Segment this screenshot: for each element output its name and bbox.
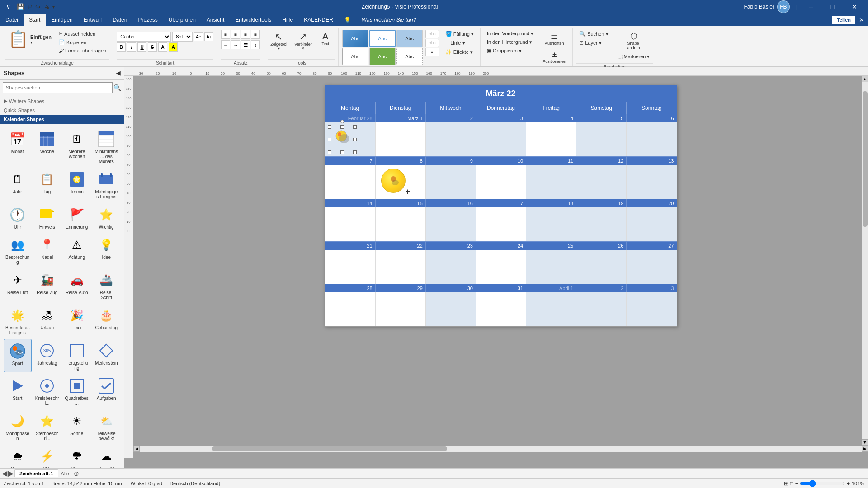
shape-style-4[interactable]: Abc — [342, 48, 368, 65]
cal-cell-14[interactable] — [325, 207, 375, 241]
shape-fertigstellung[interactable]: Fertigstellung — [63, 339, 91, 372]
scroll-up-btn[interactable]: ▲ — [862, 76, 868, 82]
align-right-btn[interactable]: ≡ — [241, 30, 250, 39]
cal-cell-feb28[interactable] — [325, 122, 375, 156]
cal-cell-8[interactable]: + — [375, 165, 425, 199]
cal-cell-15[interactable] — [375, 207, 425, 241]
sel-handle-tr[interactable] — [353, 125, 357, 129]
shape-miniaturans[interactable]: Miniaturans... des Monats — [93, 127, 121, 166]
shape-besonderes[interactable]: 🌟 Besonderes Ereignis — [4, 304, 32, 337]
font-grow-btn[interactable]: A↑ — [194, 32, 203, 41]
sel-handle-rot[interactable] — [340, 120, 344, 123]
cal-cell-23[interactable] — [425, 250, 476, 284]
tab-entwicklertools[interactable]: Entwicklertools — [230, 14, 277, 26]
align-center-btn[interactable]: ≡ — [231, 30, 240, 39]
shape-jahrestag[interactable]: 365 Jahrestag — [33, 339, 61, 372]
shape-erinnerung[interactable]: 🚩 Erinnerung — [63, 203, 91, 231]
tab-entwurf[interactable]: Entwurf — [78, 14, 108, 26]
shape-nadel[interactable]: 📍 Nadel — [33, 233, 61, 267]
shape-reise-luft[interactable]: ✈ Reise-Luft — [4, 268, 32, 302]
sel-handle-tc[interactable] — [340, 125, 344, 129]
cal-cell-24[interactable] — [476, 250, 526, 284]
shape-jahr[interactable]: 🗒 Jahr — [4, 168, 32, 201]
shape-mehrere-wochen[interactable]: 🗓 Mehrere Wochen — [63, 127, 91, 166]
sheet-tab-1[interactable]: Zeichenblatt-1 — [14, 469, 58, 477]
shape-bewoelkt[interactable]: ☁ Bewölkt — [93, 445, 121, 468]
cal-cell-28[interactable] — [325, 292, 375, 326]
weitere-shapes-section[interactable]: ▶ Weitere Shapes — [0, 96, 124, 106]
cal-cell-mar4[interactable] — [526, 122, 576, 156]
shape-termin[interactable]: Termin — [63, 168, 91, 201]
cal-cell-31[interactable] — [476, 292, 526, 326]
scroll-right-btn[interactable]: ▶ — [862, 446, 868, 452]
add-sheet-btn[interactable]: ⊕ — [74, 470, 79, 477]
shape-reise-zug[interactable]: 🚂 Reise-Zug — [33, 268, 61, 302]
tab-datei[interactable]: Datei — [0, 14, 24, 26]
hintergrund-btn[interactable]: In den Hintergrund ▾ — [484, 38, 536, 46]
cal-cell-27[interactable] — [626, 250, 676, 284]
cal-cell-13[interactable] — [626, 165, 676, 199]
save-qa-btn[interactable]: 💾 — [16, 2, 25, 11]
tab-lightbulb[interactable]: 💡 — [339, 14, 356, 26]
shape-kreisbeschrift[interactable]: Kreisbeschri... — [33, 374, 61, 408]
cal-cell-mar6[interactable] — [626, 122, 676, 156]
sheet-nav-right[interactable]: ▶ — [8, 469, 14, 478]
shape-hinweis[interactable]: Hinweis — [33, 203, 61, 231]
tab-einfuegen[interactable]: Einfügen — [46, 14, 78, 26]
bold-btn[interactable]: B — [117, 42, 126, 52]
maximize-button[interactable]: □ — [824, 0, 842, 14]
shape-style-3[interactable]: Abc — [396, 30, 423, 47]
cal-cell-mar1[interactable] — [375, 122, 425, 156]
shape-quadratbes[interactable]: Quadratbes... — [63, 374, 91, 408]
shape-mondphasen[interactable]: 🌙 Mondphasen — [4, 409, 32, 443]
shape-sturm[interactable]: 🌩 Sturm — [63, 445, 91, 468]
layer-btn[interactable]: ⊡Layer ▾ — [576, 39, 611, 47]
cal-cell-26[interactable] — [576, 250, 626, 284]
print-qa-btn[interactable]: 🖨 — [42, 2, 51, 11]
shape-aendern-btn[interactable]: ⬡ Shapeändern — [615, 30, 653, 52]
font-shrink-btn[interactable]: A↓ — [204, 32, 213, 41]
cal-cell-apr1[interactable] — [526, 292, 576, 326]
italic-btn[interactable]: I — [127, 42, 136, 52]
shape-regen[interactable]: 🌧 Regen — [4, 445, 32, 468]
sel-handle-bl[interactable] — [328, 150, 331, 154]
cal-cell-7[interactable] — [325, 165, 375, 199]
single-page-icon[interactable]: □ — [790, 480, 793, 487]
shape-idee[interactable]: 💡 Idee — [93, 233, 121, 267]
format-button[interactable]: 🖌Format übertragen — [56, 47, 109, 54]
shape-tag[interactable]: 📋 Tag — [33, 168, 61, 201]
sel-handle-br[interactable] — [353, 150, 357, 154]
cal-cell-17[interactable] — [476, 207, 526, 241]
shape-reise-auto[interactable]: 🚗 Reise-Auto — [63, 268, 91, 302]
shape-sonne[interactable]: ☀ Sonne — [63, 409, 91, 443]
cal-cell-21[interactable] — [325, 250, 375, 284]
vordergrund-btn[interactable]: In den Vordergrund ▾ — [484, 30, 536, 38]
tab-was[interactable]: Was möchten Sie tun? — [356, 14, 422, 26]
line-spacing-btn[interactable]: ↕ — [251, 40, 260, 49]
ausrichten-btn[interactable]: ⚌ Ausrichten — [540, 30, 569, 47]
suchen-btn[interactable]: 🔍Suchen ▾ — [576, 30, 611, 38]
shape-sport[interactable]: Sport — [4, 339, 32, 372]
font-color-btn[interactable]: A — [158, 42, 167, 52]
ribbon-close-icon[interactable]: ✕ — [859, 16, 864, 23]
shape-uhr[interactable]: 🕐 Uhr — [4, 203, 32, 231]
tab-start[interactable]: Start — [24, 14, 46, 26]
sel-handle-tl[interactable] — [328, 125, 331, 129]
shape-feier[interactable]: 🎉 Feier — [63, 304, 91, 337]
positionieren-btn[interactable]: ⊞ Positionieren — [540, 48, 569, 65]
vscrollbar-thumb[interactable] — [863, 91, 868, 227]
close-button[interactable]: ✕ — [845, 0, 863, 14]
shape-monat[interactable]: 📅 Monat — [4, 127, 32, 166]
cal-cell-mar3[interactable] — [476, 122, 526, 156]
font-name-select[interactable]: Calibri — [117, 32, 171, 42]
all-sheets-btn[interactable]: Alle — [59, 471, 71, 476]
share-button[interactable]: Teilen — [832, 16, 855, 24]
cal-cell-11[interactable] — [526, 165, 576, 199]
einfuegen-button[interactable]: 📋 Einfügen ▾ — [5, 30, 54, 49]
cal-cell-20[interactable] — [626, 207, 676, 241]
shape-reise-schiff[interactable]: 🚢 Reise-Schiff — [93, 268, 121, 302]
shape-geburtstag[interactable]: 🎂 Geburtstag — [93, 304, 121, 337]
hscrollbar[interactable] — [140, 446, 862, 452]
zoom-out-btn[interactable]: − — [795, 481, 798, 486]
minimize-button[interactable]: ─ — [802, 0, 820, 14]
